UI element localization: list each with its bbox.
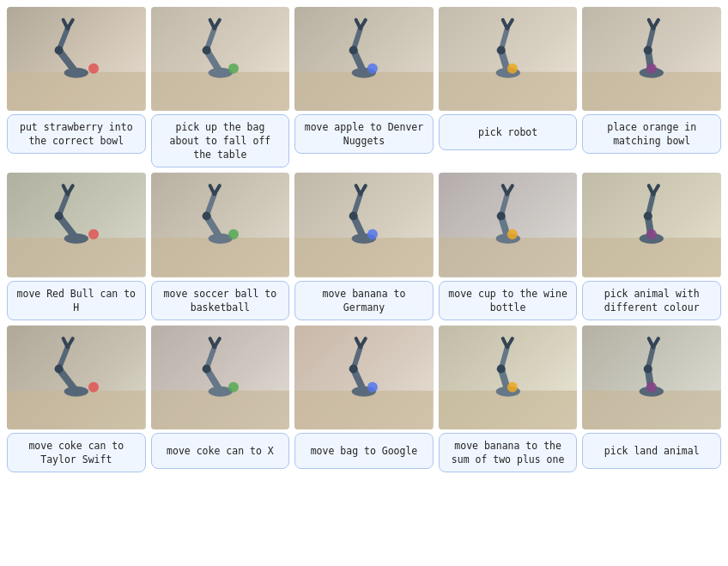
svg-line-46 [68,186,73,195]
task-label-1: put strawberry into the correct bowl [7,114,146,154]
svg-line-78 [653,186,658,195]
grid-cell-15: pick land animal [582,326,721,472]
svg-point-84 [55,364,64,373]
svg-point-28 [496,46,505,54]
svg-point-95 [228,382,238,393]
grid-cell-6: move Red Bull can to H [7,173,146,320]
grid-cell-8: move banana to Germany [294,173,434,320]
svg-line-54 [214,186,219,195]
svg-point-79 [646,229,657,240]
scene-image-10 [582,173,721,277]
task-label-14: move banana to the sum of two plus one [439,433,578,472]
svg-line-110 [507,338,513,347]
svg-line-38 [653,20,658,28]
grid-cell-12: move coke can to X [151,326,290,472]
scene-image-5 [582,7,721,111]
svg-point-47 [88,229,99,240]
grid-cell-13: move bag to Google [294,326,434,472]
scene-image-7 [151,173,290,277]
scene-image-9 [439,173,578,277]
scene-image-2 [151,7,290,111]
task-label-6: move Red Bull can to H [7,281,146,320]
svg-point-20 [349,46,358,54]
scene-image-11 [7,326,146,429]
svg-point-76 [644,212,652,221]
svg-point-108 [496,364,505,373]
svg-point-60 [349,212,358,221]
svg-point-103 [367,382,378,393]
task-label-5: place orange in matching bowl [582,114,721,154]
grid-cell-5: place orange in matching bowl [582,7,721,167]
svg-point-92 [202,364,210,373]
grid-cell-10: pick animal with different colour [582,173,721,320]
grid-cell-4: pick robot [439,7,578,167]
svg-point-100 [349,364,358,373]
svg-point-111 [507,382,518,393]
scene-image-8 [294,173,434,277]
task-label-12: move coke can to X [151,433,290,469]
scene-image-4 [439,7,578,111]
svg-line-22 [361,20,366,28]
scene-image-13 [294,326,434,429]
task-label-7: move soccer ball to basketball [151,281,290,320]
svg-point-39 [646,64,657,74]
svg-point-15 [228,64,238,74]
svg-line-102 [361,338,366,347]
task-label-9: move cup to the wine bottle [439,281,578,320]
grid-cell-7: move soccer ball to basketball [151,173,290,320]
svg-line-30 [507,20,513,28]
main-grid: put strawberry into the correct bowlpick… [7,7,721,472]
svg-point-36 [644,46,652,54]
svg-point-119 [646,382,657,393]
svg-line-62 [361,186,366,195]
svg-line-94 [214,338,219,347]
scene-image-15 [582,326,721,429]
svg-point-116 [644,364,652,373]
grid-cell-2: pick up the bag about to fall off the ta… [151,7,290,167]
svg-point-68 [496,212,505,221]
svg-point-71 [507,229,518,240]
svg-point-87 [88,382,99,393]
svg-point-63 [367,229,378,240]
svg-point-55 [228,229,238,240]
grid-cell-9: move cup to the wine bottle [439,173,578,320]
svg-point-31 [507,64,518,74]
task-label-11: move coke can to Taylor Swift [7,433,146,472]
task-label-2: pick up the bag about to fall off the ta… [151,114,290,167]
scene-image-3 [294,7,434,111]
svg-line-118 [653,338,658,347]
svg-point-4 [55,46,64,54]
svg-point-44 [55,212,64,221]
task-label-13: move bag to Google [294,433,434,469]
scene-image-6 [7,173,146,277]
grid-cell-1: put strawberry into the correct bowl [7,7,146,167]
svg-point-52 [202,212,210,221]
task-label-10: pick animal with different colour [582,281,721,320]
svg-line-14 [214,20,219,28]
task-label-8: move banana to Germany [294,281,434,320]
svg-point-7 [88,64,99,74]
svg-line-86 [68,338,73,347]
task-label-4: pick robot [439,114,578,150]
grid-cell-3: move apple to Denver Nuggets [294,7,434,167]
svg-point-12 [202,46,210,54]
svg-line-6 [68,20,73,28]
scene-image-1 [7,7,146,111]
scene-image-14 [439,326,578,429]
svg-point-23 [367,64,378,74]
svg-line-70 [507,186,513,195]
task-label-3: move apple to Denver Nuggets [294,114,434,154]
scene-image-12 [151,326,290,429]
grid-cell-11: move coke can to Taylor Swift [7,326,146,472]
grid-cell-14: move banana to the sum of two plus one [439,326,578,472]
task-label-15: pick land animal [582,433,721,469]
